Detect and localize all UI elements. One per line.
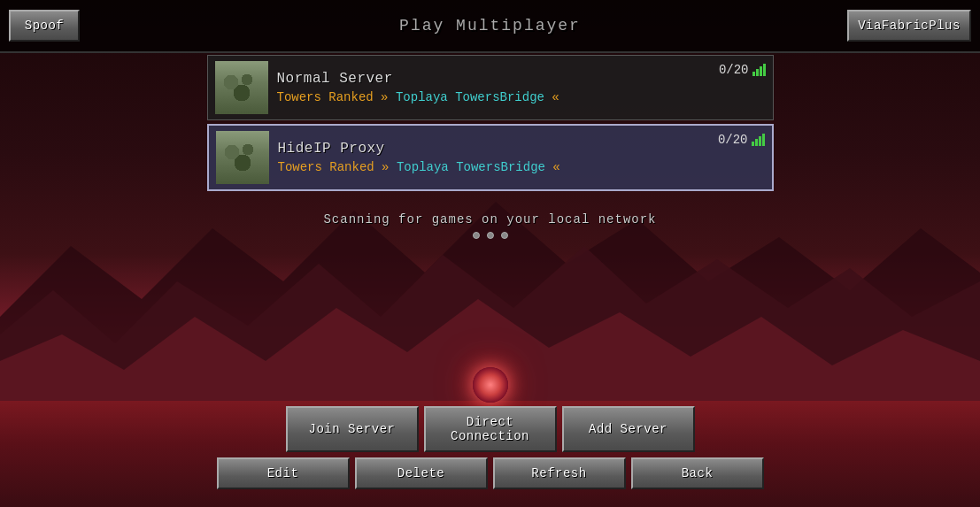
server-motd-hideip: Towers Ranked » Toplaya TowersBridge « [278, 160, 718, 174]
server-name-hideip: HideIP Proxy [278, 141, 718, 157]
button-row-2: Edit Delete Refresh Back [217, 457, 764, 489]
signal-icon-0 [752, 64, 766, 76]
refresh-button[interactable]: Refresh [493, 457, 626, 489]
server-icon-hideip [216, 131, 269, 184]
spoof-button[interactable]: Spoof [9, 10, 80, 42]
server-item-normal[interactable]: Normal Server Towers Ranked » Toplaya To… [207, 55, 774, 120]
motd-arrow-0: » [374, 90, 396, 104]
server-motd-normal: Towers Ranked » Toplaya TowersBridge « [277, 90, 719, 104]
viafabric-button[interactable]: ViaFabricPlus [847, 10, 971, 42]
server-players-hideip: 0/20 [718, 133, 765, 147]
motd-suffix-0: « [544, 90, 559, 104]
server-list: Normal Server Towers Ranked » Toplaya To… [207, 55, 774, 195]
server-info-normal: Normal Server Towers Ranked » Toplaya To… [277, 71, 719, 104]
server-players-normal: 0/20 [719, 63, 766, 77]
join-server-button[interactable]: Join Server [286, 406, 419, 452]
scan-dot-2 [487, 232, 494, 239]
center-orb [473, 367, 508, 403]
page-title: Play Multiplayer [399, 17, 581, 35]
server-name-normal: Normal Server [277, 71, 719, 87]
bottom-buttons: Join Server Direct Connection Add Server… [217, 406, 764, 489]
scanning-area: Scanning for games on your local network [323, 212, 656, 239]
server-item-hideip[interactable]: HideIP Proxy Towers Ranked » Toplaya Tow… [207, 124, 774, 191]
scanning-dots [323, 232, 656, 239]
motd-orange-0: Towers Ranked [277, 90, 374, 104]
motd-cyan-0: Toplaya TowersBridge [396, 90, 544, 104]
edit-button[interactable]: Edit [217, 457, 350, 489]
motd-arrow-1: » [374, 160, 397, 174]
button-row-1: Join Server Direct Connection Add Server [286, 406, 695, 452]
server-icon-normal [215, 61, 268, 114]
direct-connection-button[interactable]: Direct Connection [424, 406, 557, 452]
scanning-text: Scanning for games on your local network [323, 212, 656, 227]
motd-suffix-1: « [545, 160, 560, 174]
server-info-hideip: HideIP Proxy Towers Ranked » Toplaya Tow… [278, 141, 718, 174]
scan-dot-1 [473, 232, 480, 239]
motd-cyan-1: Toplaya TowersBridge [397, 160, 545, 174]
top-bar: Spoof Play Multiplayer ViaFabricPlus [0, 0, 980, 53]
back-button[interactable]: Back [631, 457, 764, 489]
motd-orange-1: Towers Ranked [278, 160, 374, 174]
delete-button[interactable]: Delete [355, 457, 488, 489]
add-server-button[interactable]: Add Server [562, 406, 695, 452]
signal-icon-1 [752, 134, 765, 146]
scan-dot-3 [501, 232, 508, 239]
